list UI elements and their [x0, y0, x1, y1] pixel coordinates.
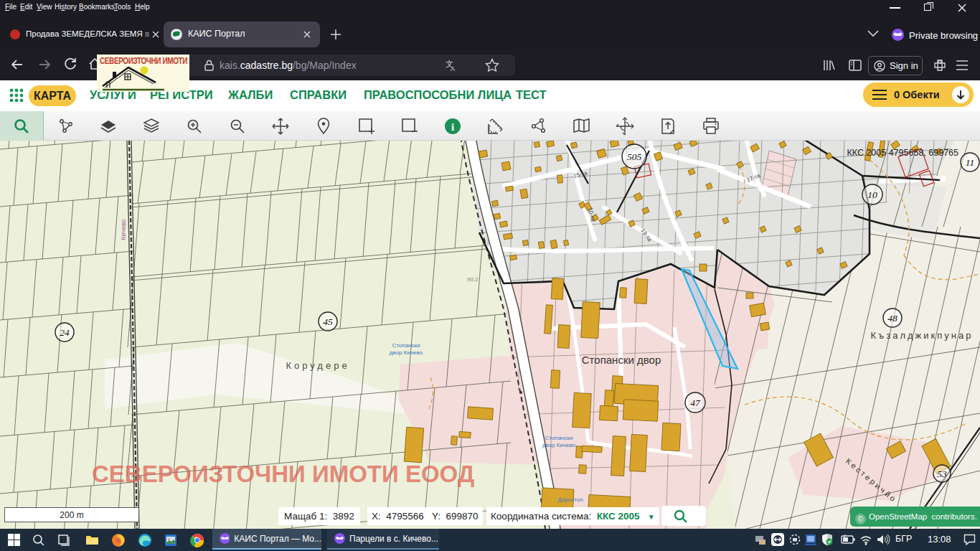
svg-text:10: 10 [867, 189, 877, 200]
svg-text:ККС 2005 4795658, 699765: ККС 2005 4795658, 699765 [847, 148, 958, 158]
svg-text:45: 45 [323, 316, 333, 327]
svg-text:48: 48 [887, 313, 897, 324]
svg-text:53: 53 [937, 468, 947, 479]
svg-text:505: 505 [627, 151, 642, 162]
svg-text:Стопански: Стопански [545, 435, 573, 441]
svg-text:11: 11 [966, 157, 975, 168]
svg-text:90.2: 90.2 [467, 276, 479, 283]
svg-text:двор Кичево: двор Кичево [542, 442, 576, 448]
svg-text:Стопански: Стопански [392, 342, 420, 349]
svg-text:Корудере: Корудере [286, 360, 349, 371]
svg-text:Къзалджикпунар: Къзалджикпунар [871, 330, 974, 341]
svg-text:47: 47 [690, 397, 701, 408]
svg-text:двор Кичево: двор Кичево [390, 349, 423, 356]
svg-text:Кичево: Кичево [120, 219, 127, 240]
svg-text:24: 24 [60, 327, 70, 338]
svg-text:i: i [451, 121, 453, 132]
svg-text:A: A [451, 65, 455, 72]
svg-text:Стопански двор: Стопански двор [582, 354, 661, 366]
svg-text:Доростол: Доростол [557, 496, 583, 503]
